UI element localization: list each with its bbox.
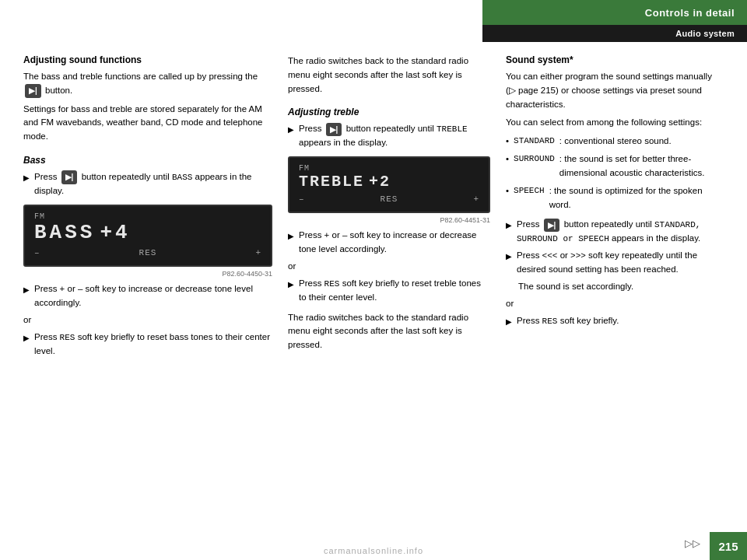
intro-p1b-text: button. <box>45 86 72 95</box>
intro-p1-text: The bass and treble functions are called… <box>23 72 258 81</box>
sound-bullet4-text: Press ▶| button repeatedly until STANDAR… <box>517 218 724 246</box>
treble-bullet-1: ▶ Press ▶| button repeatedly until TREBL… <box>288 122 490 150</box>
bass-lcd-caption: P82.60-4450-31 <box>23 270 272 278</box>
sound-bullet6-arrow: ▶ <box>506 316 512 328</box>
treble-bullet1-arrow: ▶ <box>288 124 294 150</box>
treble-outro: The radio switches back to the standard … <box>288 311 490 352</box>
sound-code1: <<< <box>542 251 558 261</box>
bass-lcd-num: +4 <box>100 221 130 245</box>
bass-lcd-minus: – <box>34 248 40 257</box>
bass-lcd-res: RES <box>139 248 157 257</box>
main-content: Adjusting sound functions The bass and t… <box>0 0 747 560</box>
bass-code: BASS <box>172 173 192 182</box>
treble-res-code: RES <box>324 279 340 289</box>
treble-lcd-res: RES <box>381 194 398 204</box>
treble-lcd-label: FM <box>299 164 479 173</box>
bass-bullet3-text: Press RES soft key briefly to reset bass… <box>34 331 272 359</box>
treble-bullet1-text: Press ▶| button repeatedly until TREBLE … <box>299 122 490 150</box>
sound-set-text: The sound is set accordingly. <box>518 280 724 294</box>
intro-p2: Settings for bass and treble are stored … <box>23 103 272 144</box>
bass-lcd-display: FM BASS +4 – RES + <box>23 205 272 267</box>
radio-intro-text: The radio switches back to the standard … <box>288 54 490 96</box>
treble-lcd-plus: + <box>473 194 479 204</box>
bass-bullet1-text: Press ▶| button repeatedly until BASS ap… <box>34 170 272 198</box>
treble-bullet-2: ▶ Press + or – soft key to increase or d… <box>288 229 490 257</box>
adjusting-sound-heading: Adjusting sound functions <box>23 54 272 65</box>
sound-bullet-speech: SPEECH : the sound is optimized for the … <box>506 184 724 212</box>
adj-treble-heading: Adjusting treble <box>288 107 490 117</box>
treble-bullet-3: ▶ Press RES soft key briefly to reset tr… <box>288 277 490 305</box>
bass-bullet3-arrow: ▶ <box>23 332 30 359</box>
treble-lcd-value: TREBLE +2 <box>299 173 479 191</box>
sound-system-heading: Sound system* <box>506 54 724 65</box>
surround-text: : the sound is set for better three-dime… <box>559 152 724 180</box>
bass-bullet2-text: Press + or – soft key to increase or dec… <box>34 282 272 310</box>
bass-lcd-plus: + <box>255 248 261 257</box>
bass-bullet1-arrow: ▶ <box>23 172 30 198</box>
treble-lcd-minus: – <box>299 194 305 204</box>
treble-or: or <box>288 260 490 274</box>
sound-bullet5-arrow: ▶ <box>506 250 512 277</box>
bass-lcd-value: BASS +4 <box>34 221 261 245</box>
speech-code: SPEECH <box>514 184 545 212</box>
sound-res-code: RES <box>542 317 558 326</box>
sound-bullet5-text: Press <<< or >>> soft key repeatedly unt… <box>517 249 724 277</box>
sound-bullet-surround: SURROUND : the sound is set for better t… <box>506 152 724 180</box>
treble-bullet2-text: Press + or – soft key to increase or dec… <box>299 229 490 257</box>
bass-lcd-bottom: – RES + <box>34 248 261 257</box>
bass-bullet-2: ▶ Press + or – soft key to increase or d… <box>23 282 272 310</box>
bass-bullet2-arrow: ▶ <box>23 284 30 310</box>
surround-code: SURROUND <box>514 152 555 180</box>
bass-heading: Bass <box>23 155 272 166</box>
treble-lcd-bottom: – RES + <box>299 194 479 204</box>
treble-lcd-caption: P82.60-4451-31 <box>288 216 490 224</box>
standard-text: : conventional stereo sound. <box>559 135 672 149</box>
treble-bullet3-text: Press RES soft key briefly to reset treb… <box>299 277 490 305</box>
middle-column: The radio switches back to the standard … <box>288 54 490 529</box>
standard-code: STANDARD <box>514 135 555 149</box>
sound-or: or <box>506 297 724 311</box>
sound-bullets: STANDARD : conventional stereo sound. SU… <box>506 135 724 212</box>
treble-bullet3-arrow: ▶ <box>288 278 294 305</box>
treble-lcd-num: +2 <box>369 173 391 191</box>
bass-lcd-label: FM <box>34 212 261 221</box>
jp-button-icon-intro[interactable]: ▶| <box>25 84 41 98</box>
treble-bullet2-arrow: ▶ <box>288 230 294 257</box>
left-column: Adjusting sound functions The bass and t… <box>23 54 272 529</box>
jp-button-icon-treble[interactable]: ▶| <box>326 123 342 137</box>
jp-button-icon-bass[interactable]: ▶| <box>61 170 78 184</box>
sound-bullet-5: ▶ Press <<< or >>> soft key repeatedly u… <box>506 249 724 277</box>
sound-bullet-6: ▶ Press RES soft key briefly. <box>506 314 724 328</box>
jp-button-icon-sound[interactable]: ▶| <box>544 219 560 233</box>
sound-bullet6-text: Press RES soft key briefly. <box>517 314 619 328</box>
bass-or1: or <box>23 313 272 327</box>
sound-bullet-4: ▶ Press ▶| button repeatedly until STAND… <box>506 218 724 246</box>
speech-text: : the sound is optimized for the spoken … <box>549 184 724 212</box>
treble-lcd-text: TREBLE <box>299 173 364 191</box>
treble-code: TREBLE <box>437 124 468 134</box>
sound-bullet-standard: STANDARD : conventional stereo sound. <box>506 135 724 149</box>
sound-p1: You can either program the sound setting… <box>506 70 724 111</box>
sound-p2: You can select from among the following … <box>506 116 724 130</box>
bass-res-code: RES <box>60 333 75 342</box>
bass-bullet-1: ▶ Press ▶| button repeatedly until BASS … <box>23 170 272 198</box>
bass-bullet-3: ▶ Press RES soft key briefly to reset ba… <box>23 331 272 359</box>
sound-code2: >>> <box>570 251 586 261</box>
treble-lcd-display: FM TREBLE +2 – RES + <box>288 156 490 213</box>
bass-lcd-text: BASS <box>34 221 95 245</box>
intro-p1: The bass and treble functions are called… <box>23 70 272 98</box>
sound-bullet4-arrow: ▶ <box>506 219 512 246</box>
right-column: Sound system* You can either program the… <box>506 54 724 529</box>
